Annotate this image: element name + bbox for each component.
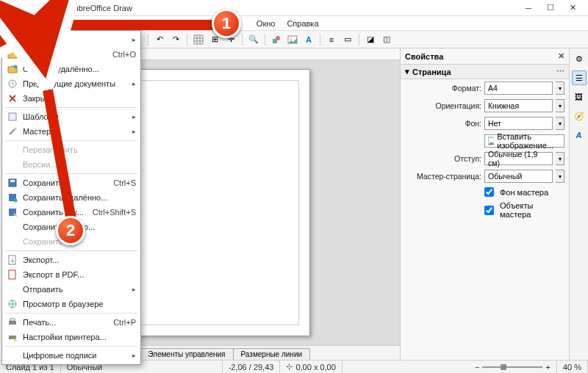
- saveas-icon: [7, 206, 18, 218]
- menu-item[interactable]: Просмотр в браузере: [2, 297, 140, 311]
- align-icon[interactable]: ≡: [324, 32, 339, 47]
- minimize-button[interactable]: ─: [517, 1, 539, 15]
- status-coords: -2,06 / 29,43: [223, 361, 281, 373]
- prop-margin: Отступ: Обычные (1,9 см) ▾: [401, 150, 569, 167]
- chevron-right-icon: ▸: [132, 352, 136, 359]
- chevron-down-icon[interactable]: ▾: [556, 170, 564, 183]
- menu-item[interactable]: Настройки принтера...: [2, 330, 140, 344]
- menu-edit[interactable]: П: [36, 18, 54, 29]
- master-select[interactable]: Обычный: [484, 170, 553, 183]
- margin-select[interactable]: Обычные (1,9 см): [484, 152, 553, 165]
- svg-point-19: [14, 65, 18, 69]
- blank-icon: [7, 144, 18, 156]
- shapes-icon[interactable]: [269, 32, 284, 47]
- shadow-icon[interactable]: ◪: [363, 32, 378, 47]
- menu-item[interactable]: Экспорт в PDF...: [2, 267, 140, 282]
- arrange-icon[interactable]: ▭: [340, 32, 355, 47]
- prop-master: Мастер-страница: Обычный ▾: [401, 167, 569, 185]
- insert-image-button[interactable]: Вставить изображение...: [484, 134, 564, 148]
- format-select[interactable]: A4: [484, 82, 553, 95]
- zoom-icon[interactable]: 🔍: [246, 32, 261, 47]
- close-panel-icon[interactable]: ✕: [558, 51, 564, 61]
- menu-item[interactable]: Мастер▸: [2, 124, 140, 139]
- menu-item[interactable]: Печать...Ctrl+P: [2, 315, 140, 330]
- menu-item[interactable]: Закрыть: [2, 91, 140, 106]
- prop-format: Формат: A4 ▾: [401, 79, 569, 97]
- background-select[interactable]: Нет: [484, 117, 553, 130]
- menu-item[interactable]: Предыдущие документы▸: [2, 76, 140, 91]
- menu-item[interactable]: СохранитьCtrl+S: [2, 175, 140, 190]
- menu-window[interactable]: Окно: [251, 18, 282, 29]
- sidebar-styles-icon[interactable]: A: [572, 128, 587, 142]
- svg-point-34: [14, 338, 17, 341]
- page[interactable]: [121, 69, 310, 336]
- master-obj-checkbox[interactable]: [484, 206, 494, 215]
- menu-file[interactable]: Файл: [3, 17, 36, 30]
- menu-view[interactable]: Вид: [83, 18, 110, 29]
- open-remote-icon: [7, 63, 18, 75]
- svg-rect-0: [5, 4, 14, 12]
- svg-rect-29: [9, 270, 15, 279]
- sidebar-settings-icon[interactable]: ⚙: [572, 51, 587, 66]
- sidebar-navigator-icon[interactable]: 🧭: [572, 109, 587, 123]
- helplines-icon[interactable]: ✛: [223, 32, 238, 47]
- menu-item[interactable]: Создать▸: [2, 32, 140, 47]
- menu-item[interactable]: Открыть удалённо...: [2, 62, 140, 76]
- undo-icon[interactable]: ↶: [152, 32, 167, 47]
- tab-dimlines[interactable]: Размерные линии: [233, 348, 311, 360]
- redo-icon[interactable]: ↷: [168, 32, 183, 47]
- print-icon: [7, 316, 18, 328]
- master-bg-checkbox[interactable]: [484, 187, 494, 197]
- svg-point-13: [276, 36, 280, 40]
- zoom-slider[interactable]: −+: [469, 361, 557, 373]
- sidebar-properties-icon[interactable]: ☰: [572, 70, 587, 85]
- menu-help[interactable]: Справка: [281, 18, 324, 29]
- menu-item[interactable]: Экспорт...: [2, 253, 140, 267]
- fontwork-icon[interactable]: A: [301, 32, 316, 47]
- prop-master-obj: Объекты мастера: [401, 199, 569, 221]
- file-menu-dropdown: Создать▸Открыть...Ctrl+OОткрыть удалённо…: [1, 30, 141, 365]
- section-page[interactable]: ▾ Страница ⋯: [401, 65, 569, 79]
- menu-item[interactable]: Отправить▸: [2, 282, 140, 297]
- close-icon: [7, 93, 18, 104]
- menu-insert[interactable]: Вставка: [110, 18, 151, 29]
- menu-item[interactable]: Сохранить копию...: [2, 220, 140, 234]
- sidebar-gallery-icon[interactable]: 🖼: [572, 90, 587, 104]
- prop-master-bg: Фон мастера: [401, 185, 569, 199]
- chevron-down-icon[interactable]: ▾: [556, 99, 564, 112]
- menu-item[interactable]: Шаблоны▸: [2, 109, 140, 124]
- chevron-down-icon[interactable]: ▾: [556, 117, 564, 130]
- image-icon[interactable]: [285, 32, 300, 47]
- browser-icon: [7, 298, 18, 310]
- svg-point-15: [290, 37, 293, 40]
- chevron-right-icon: ▸: [132, 80, 136, 87]
- chevron-right-icon: ▸: [132, 36, 136, 43]
- menu-item: Сохранить все: [2, 234, 140, 249]
- menu-item[interactable]: Цифровые подписи▸: [2, 348, 140, 363]
- crop-icon[interactable]: ◫: [379, 32, 394, 47]
- maximize-button[interactable]: ☐: [539, 1, 562, 15]
- orientation-select[interactable]: Книжная: [484, 99, 553, 112]
- chevron-right-icon: ▸: [132, 286, 136, 293]
- menu-item[interactable]: Сохранить удалённо...: [2, 190, 140, 205]
- app-icon: [4, 3, 15, 13]
- blank-icon: [7, 221, 18, 233]
- svg-rect-21: [9, 113, 16, 120]
- chevron-down-icon[interactable]: ▾: [556, 82, 564, 95]
- menu-item[interactable]: Сохранить как...Ctrl+Shift+S: [2, 205, 140, 220]
- snap-icon[interactable]: ⊞: [207, 32, 222, 47]
- grid-icon[interactable]: [191, 32, 206, 47]
- template-icon: [7, 111, 18, 123]
- menu-item: Перезагрузить: [2, 142, 140, 157]
- status-size: ⊹0,00 x 0,00: [280, 361, 342, 373]
- properties-title: Свойства: [405, 52, 443, 61]
- close-button[interactable]: ✕: [562, 1, 584, 15]
- prop-orientation: Ориентация: Книжная ▾: [401, 97, 569, 115]
- chevron-down-icon[interactable]: ▾: [556, 152, 564, 165]
- section-more-icon[interactable]: ⋯: [556, 67, 564, 76]
- status-zoom[interactable]: 40 %: [557, 361, 588, 373]
- menu-format[interactable]: Формат: [151, 18, 192, 29]
- menu-item[interactable]: Открыть...Ctrl+O: [2, 47, 140, 62]
- tab-controls[interactable]: Элементы управления: [140, 348, 233, 360]
- titlebar: Без имени 1 - LibreOffice Draw ─ ☐ ✕: [0, 0, 588, 16]
